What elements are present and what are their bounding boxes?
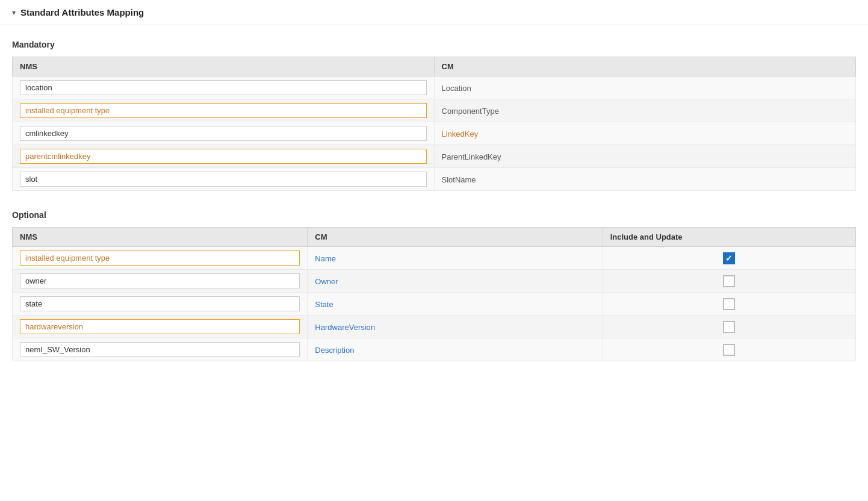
mandatory-label: Mandatory	[12, 40, 856, 49]
table-row: Description	[13, 338, 856, 361]
include-checkbox[interactable]	[723, 275, 735, 287]
optional-nms-input[interactable]	[20, 273, 300, 288]
optional-nms-input[interactable]	[20, 342, 300, 357]
optional-include-cell	[603, 270, 855, 293]
mandatory-cm-cell: Location	[434, 76, 856, 99]
optional-nms-cell	[13, 270, 308, 293]
mandatory-cm-header: CM	[434, 57, 856, 76]
mandatory-nms-cell	[13, 145, 435, 168]
table-row: SlotName	[13, 168, 856, 191]
optional-include-header: Include and Update	[603, 228, 855, 247]
mandatory-table: NMS CM LocationComponentTypeLinkedKeyPar…	[12, 57, 856, 191]
optional-include-cell	[603, 316, 855, 338]
mandatory-cm-cell: LinkedKey	[434, 122, 856, 145]
optional-cm-cell: Name	[308, 247, 603, 270]
mandatory-nms-cell	[13, 99, 435, 122]
optional-nms-input[interactable]	[20, 296, 300, 311]
section-title: Standard Attributes Mapping	[20, 7, 144, 17]
include-checkbox[interactable]	[723, 321, 735, 333]
optional-nms-header: NMS	[13, 228, 308, 247]
optional-table: NMS CM Include and Update NameOwnerState…	[12, 227, 856, 361]
table-row: HardwareVersion	[13, 316, 856, 338]
include-checkbox[interactable]	[723, 252, 735, 264]
mandatory-cm-cell: ComponentType	[434, 99, 856, 122]
mandatory-nms-input[interactable]	[20, 172, 427, 187]
table-row: LinkedKey	[13, 122, 856, 145]
optional-cm-header: CM	[308, 228, 603, 247]
optional-label: Optional	[12, 210, 856, 220]
optional-nms-input[interactable]	[20, 319, 300, 334]
mandatory-nms-cell	[13, 76, 435, 99]
table-row: ComponentType	[13, 99, 856, 122]
mandatory-cm-cell: ParentLinkedKey	[434, 145, 856, 168]
section-header: ▾ Standard Attributes Mapping	[0, 0, 868, 25]
optional-include-cell	[603, 338, 855, 361]
mandatory-nms-cell	[13, 122, 435, 145]
optional-include-cell	[603, 247, 855, 270]
optional-cm-cell: Description	[308, 338, 603, 361]
mandatory-nms-input[interactable]	[20, 126, 427, 141]
chevron-icon: ▾	[12, 8, 16, 17]
optional-nms-cell	[13, 316, 308, 338]
optional-include-cell	[603, 293, 855, 316]
table-row: Owner	[13, 270, 856, 293]
table-row: Location	[13, 76, 856, 99]
content-area: Mandatory NMS CM LocationComponentTypeLi…	[0, 25, 868, 376]
table-row: State	[13, 293, 856, 316]
mandatory-nms-cell	[13, 168, 435, 191]
optional-nms-cell	[13, 338, 308, 361]
page-container: ▾ Standard Attributes Mapping Mandatory …	[0, 0, 868, 501]
table-row: ParentLinkedKey	[13, 145, 856, 168]
optional-cm-cell: HardwareVersion	[308, 316, 603, 338]
optional-nms-cell	[13, 247, 308, 270]
mandatory-nms-input[interactable]	[20, 80, 427, 95]
table-row: Name	[13, 247, 856, 270]
mandatory-nms-input[interactable]	[20, 103, 427, 118]
mandatory-cm-cell: SlotName	[434, 168, 856, 191]
optional-nms-input[interactable]	[20, 250, 300, 266]
optional-cm-cell: Owner	[308, 270, 603, 293]
include-checkbox[interactable]	[723, 344, 735, 356]
optional-nms-cell	[13, 293, 308, 316]
include-checkbox[interactable]	[723, 298, 735, 310]
optional-cm-cell: State	[308, 293, 603, 316]
mandatory-nms-input[interactable]	[20, 149, 427, 164]
mandatory-nms-header: NMS	[13, 57, 435, 76]
